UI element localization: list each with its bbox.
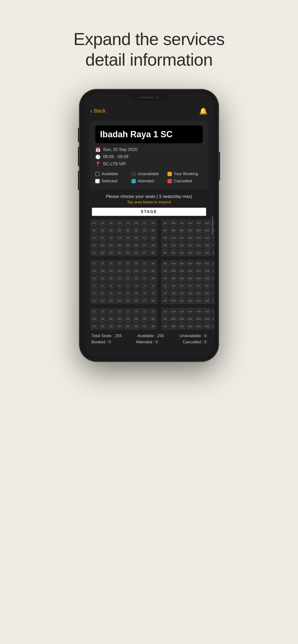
seat-N4[interactable]: N4 — [116, 323, 123, 330]
seat-J15[interactable]: J15 — [212, 290, 214, 296]
seat-J1[interactable]: J1 — [90, 290, 98, 296]
seat-H10[interactable]: H10 — [170, 275, 177, 282]
seat-I13[interactable]: I13 — [195, 282, 203, 289]
seat-H6[interactable]: H6 — [132, 275, 140, 282]
seat-C9[interactable]: C9 — [161, 234, 169, 241]
seat-G9[interactable]: G9 — [161, 268, 169, 274]
seat-A13[interactable]: A13 — [195, 220, 203, 226]
seat-L8[interactable]: L8 — [149, 308, 157, 315]
seat-H14[interactable]: H14 — [203, 275, 211, 282]
seat-I11[interactable]: I11 — [178, 282, 186, 289]
seat-D15[interactable]: D15 — [212, 242, 214, 249]
seat-D9[interactable]: D9 — [161, 242, 169, 249]
seat-D10[interactable]: D10 — [170, 242, 177, 249]
seat-H1[interactable]: H1 — [90, 275, 98, 282]
seat-H7[interactable]: H7 — [141, 275, 148, 282]
seat-E7[interactable]: E7 — [141, 250, 148, 256]
seat-D13[interactable]: D13 — [195, 242, 203, 249]
seat-E3[interactable]: E3 — [107, 250, 115, 256]
seat-F1[interactable]: F1 — [90, 260, 98, 267]
seat-N7[interactable]: N7 — [141, 323, 148, 330]
seat-I14[interactable]: I14 — [203, 282, 211, 289]
seat-L11[interactable]: L11 — [178, 308, 186, 315]
seat-G10[interactable]: G10 — [170, 268, 177, 274]
seat-N13[interactable]: N13 — [195, 323, 203, 330]
seat-I6[interactable]: I6 — [132, 282, 140, 289]
seat-C2[interactable]: C2 — [99, 234, 106, 241]
seat-J14[interactable]: J14 — [203, 290, 211, 296]
seat-J2[interactable]: J2 — [99, 290, 106, 296]
seat-I5[interactable]: I5 — [124, 282, 132, 289]
seat-B5[interactable]: B5 — [124, 227, 132, 234]
seat-I9[interactable]: I9 — [161, 282, 169, 289]
seat-J5[interactable]: J5 — [124, 290, 132, 296]
seat-J11[interactable]: J11 — [178, 290, 186, 296]
seat-E14[interactable]: E14 — [203, 250, 211, 256]
seat-C6[interactable]: C6 — [132, 234, 140, 241]
seat-K6[interactable]: K6 — [132, 297, 140, 304]
seat-E11[interactable]: E11 — [178, 250, 186, 256]
seat-B1[interactable]: B1 — [90, 227, 98, 234]
seat-M3[interactable]: M3 — [107, 316, 115, 322]
seat-L3[interactable]: L3 — [107, 308, 115, 315]
seat-K2[interactable]: K2 — [99, 297, 106, 304]
seat-A2[interactable]: A2 — [99, 220, 106, 226]
seat-K7[interactable]: K7 — [141, 297, 148, 304]
seat-M10[interactable]: M10 — [170, 316, 177, 322]
seat-C7[interactable]: C7 — [141, 234, 148, 241]
seat-F4[interactable]: F4 — [116, 260, 123, 267]
seat-C3[interactable]: C3 — [107, 234, 115, 241]
seat-J10[interactable]: J10 — [170, 290, 177, 296]
seat-G7[interactable]: G7 — [141, 268, 148, 274]
seat-N8[interactable]: N8 — [149, 323, 157, 330]
seat-I12[interactable]: I12 — [186, 282, 194, 289]
seat-K15[interactable]: K15 — [212, 297, 214, 304]
seat-M14[interactable]: M14 — [203, 316, 211, 322]
seat-A3[interactable]: A3 — [107, 220, 115, 226]
seat-M1[interactable]: M1 — [90, 316, 98, 322]
seat-I7[interactable]: I7 — [141, 282, 148, 289]
seat-L15[interactable]: L15 — [212, 308, 214, 315]
seat-A14[interactable]: A14 — [203, 220, 211, 226]
seat-J7[interactable]: J7 — [141, 290, 148, 296]
seat-B8[interactable]: B8 — [149, 227, 157, 234]
seat-F11[interactable]: F11 — [178, 260, 186, 267]
seat-L4[interactable]: L4 — [116, 308, 123, 315]
seat-B9[interactable]: B9 — [161, 227, 169, 234]
seat-M9[interactable]: M9 — [161, 316, 169, 322]
seat-N6[interactable]: N6 — [132, 323, 140, 330]
seat-I4[interactable]: I4 — [116, 282, 123, 289]
seat-M8[interactable]: M8 — [149, 316, 157, 322]
seat-H15[interactable]: H15 — [212, 275, 214, 282]
seat-I15[interactable]: I15 — [212, 282, 214, 289]
seat-C12[interactable]: C12 — [186, 234, 194, 241]
seat-H8[interactable]: H8 — [149, 275, 157, 282]
seat-B13[interactable]: B13 — [195, 227, 203, 234]
seat-G6[interactable]: G6 — [132, 268, 140, 274]
seat-G8[interactable]: G8 — [149, 268, 157, 274]
seat-N12[interactable]: N12 — [186, 323, 194, 330]
seat-K12[interactable]: K12 — [186, 297, 194, 304]
seat-M13[interactable]: M13 — [195, 316, 203, 322]
seat-H11[interactable]: H11 — [178, 275, 186, 282]
seat-M15[interactable]: M15 — [212, 316, 214, 322]
seat-N9[interactable]: N9 — [161, 323, 169, 330]
seat-J3[interactable]: J3 — [107, 290, 115, 296]
seat-C14[interactable]: C14 — [203, 234, 211, 241]
seat-C13[interactable]: C13 — [195, 234, 203, 241]
seat-B2[interactable]: B2 — [99, 227, 106, 234]
seat-B4[interactable]: B4 — [116, 227, 123, 234]
seat-C5[interactable]: C5 — [124, 234, 132, 241]
seat-K3[interactable]: K3 — [107, 297, 115, 304]
seat-H3[interactable]: H3 — [107, 275, 115, 282]
seat-M11[interactable]: M11 — [178, 316, 186, 322]
seat-F14[interactable]: F14 — [203, 260, 211, 267]
seat-K14[interactable]: K14 — [203, 297, 211, 304]
seat-L2[interactable]: L2 — [99, 308, 106, 315]
seat-B12[interactable]: B12 — [186, 227, 194, 234]
seat-N10[interactable]: N10 — [170, 323, 177, 330]
seat-L9[interactable]: L9 — [161, 308, 169, 315]
back-button[interactable]: ‹ Back — [90, 107, 106, 115]
seat-F3[interactable]: F3 — [107, 260, 115, 267]
seat-M4[interactable]: M4 — [116, 316, 123, 322]
